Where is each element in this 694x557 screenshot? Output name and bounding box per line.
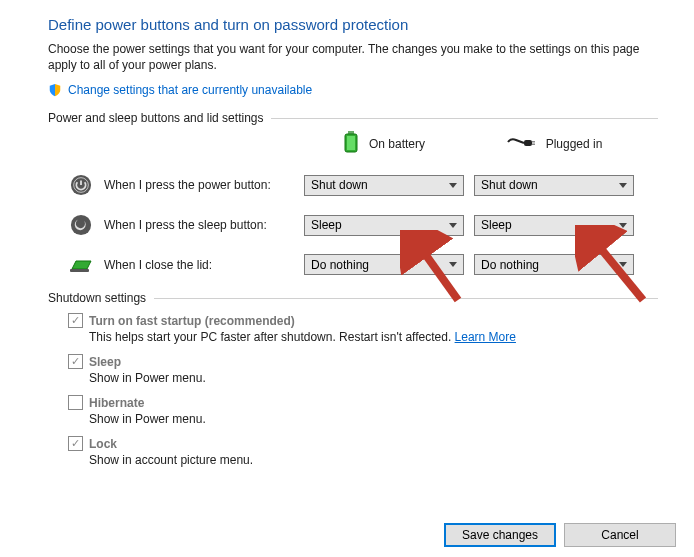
svg-rect-2 [347,136,355,150]
column-on-battery: On battery [304,131,464,156]
sleep-button-icon [68,214,94,236]
change-settings-link[interactable]: Change settings that are currently unava… [68,83,312,97]
hibernate-checkbox-sub: Show in Power menu. [89,412,658,426]
power-button-label: When I press the power button: [104,178,294,192]
sleep-checkbox-label: Sleep [89,355,121,369]
chevron-down-icon [449,223,457,228]
lid-plugged-select[interactable]: Do nothing [474,254,634,275]
svg-rect-9 [70,269,89,272]
sleep-checkbox [68,354,83,369]
lid-icon [68,256,94,274]
chevron-down-icon [449,262,457,267]
chevron-down-icon [619,183,627,188]
cancel-button[interactable]: Cancel [564,523,676,547]
lid-label: When I close the lid: [104,258,294,272]
chevron-down-icon [619,262,627,267]
page-title: Define power buttons and turn on passwor… [48,16,658,33]
fast-startup-sub: This helps start your PC faster after sh… [89,330,658,344]
sleep-button-label: When I press the sleep button: [104,218,294,232]
lock-checkbox-sub: Show in account picture menu. [89,453,658,467]
column-plugged-in: Plugged in [474,134,634,153]
lid-battery-select[interactable]: Do nothing [304,254,464,275]
battery-icon [343,131,359,156]
power-button-icon [68,174,94,196]
section-shutdown-settings: Shutdown settings [48,291,658,305]
lock-checkbox-label: Lock [89,437,117,451]
chevron-down-icon [449,183,457,188]
chevron-down-icon [619,223,627,228]
svg-rect-4 [532,141,535,143]
lock-checkbox [68,436,83,451]
save-changes-button[interactable]: Save changes [444,523,556,547]
hibernate-checkbox [68,395,83,410]
power-battery-select[interactable]: Shut down [304,175,464,196]
sleep-plugged-select[interactable]: Sleep [474,215,634,236]
svg-rect-3 [524,140,532,146]
svg-rect-5 [532,144,535,146]
plug-icon [506,134,536,153]
section-power-sleep-lid: Power and sleep buttons and lid settings [48,111,658,125]
fast-startup-label: Turn on fast startup (recommended) [89,314,295,328]
hibernate-checkbox-label: Hibernate [89,396,144,410]
sleep-checkbox-sub: Show in Power menu. [89,371,658,385]
learn-more-link[interactable]: Learn More [455,330,516,344]
page-description: Choose the power settings that you want … [48,41,658,73]
svg-point-8 [71,215,91,235]
power-plugged-select[interactable]: Shut down [474,175,634,196]
sleep-battery-select[interactable]: Sleep [304,215,464,236]
fast-startup-checkbox [68,313,83,328]
shield-icon [48,83,62,97]
